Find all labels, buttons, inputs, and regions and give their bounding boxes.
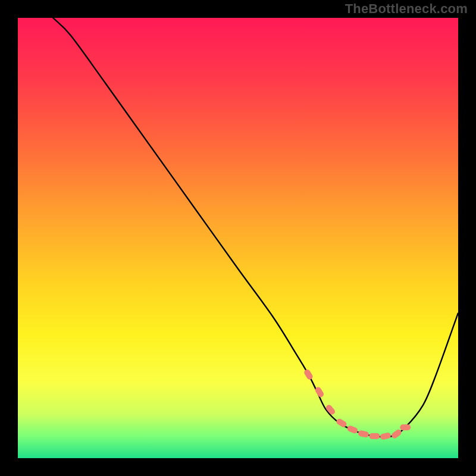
heat-gradient-background	[18, 18, 458, 458]
chart-container	[18, 18, 458, 458]
watermark: TheBottleneck.com	[345, 1, 468, 17]
highlight-marker	[369, 433, 380, 439]
highlight-marker	[400, 424, 411, 430]
bottleneck-curve-chart	[18, 18, 458, 458]
